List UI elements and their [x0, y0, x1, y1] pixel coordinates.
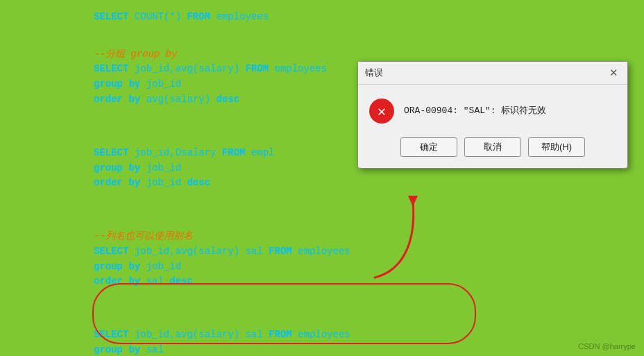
code-editor: SELECT COUNT(*) FROM employees --分组 grou…	[0, 0, 644, 356]
error-icon: ✕	[369, 99, 394, 124]
kw-from-1: FROM	[187, 11, 210, 22]
cancel-button[interactable]: 取消	[464, 137, 521, 157]
error-dialog: 错误 ✕ ✕ ORA-00904: "SAL": 标识符无效 确定 取消 帮助(…	[357, 61, 628, 169]
dialog-title-bar: 错误 ✕	[358, 62, 627, 85]
dialog-title: 错误	[365, 67, 383, 79]
help-button[interactable]: 帮助(H)	[528, 137, 585, 157]
dialog-body: ✕ ORA-00904: "SAL": 标识符无效	[358, 85, 627, 130]
dialog-message: ORA-00904: "SAL": 标识符无效	[404, 104, 546, 118]
code-section-3: --列名也可以使用别名 SELECT job_id,avg(salary) sa…	[94, 214, 644, 305]
plain-1: COUNT(*)	[128, 11, 187, 22]
plain-1b: employees	[210, 11, 269, 22]
top-code-line: SELECT COUNT(*) FROM employees	[94, 7, 644, 22]
watermark: CSDN @harrype	[578, 342, 636, 350]
kw-select-1: SELECT	[94, 11, 128, 22]
comment-1: --分组 group by	[94, 49, 177, 60]
dialog-close-button[interactable]: ✕	[607, 66, 620, 80]
dialog-buttons: 确定 取消 帮助(H)	[358, 130, 627, 168]
comment-3: --列名也可以使用别名	[94, 230, 193, 241]
ok-button[interactable]: 确定	[400, 137, 457, 157]
s1-select: SELECT	[94, 63, 128, 74]
code-section-4: SELECT job_id,avg(salary) sal FROM emplo…	[94, 313, 644, 356]
